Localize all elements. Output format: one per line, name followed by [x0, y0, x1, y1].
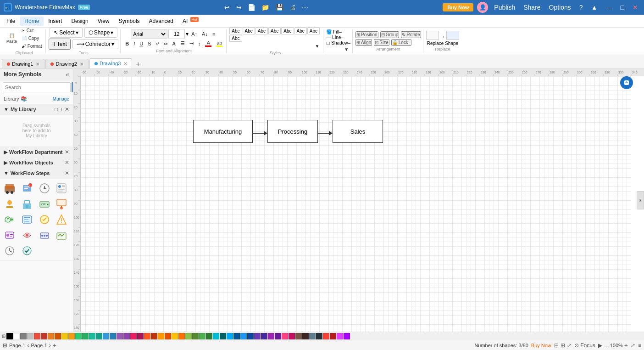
- section-dept-close[interactable]: ✕: [65, 149, 69, 155]
- style-3[interactable]: Abc: [255, 28, 268, 34]
- symbol-12[interactable]: [55, 213, 68, 226]
- color-bar-settings-btn[interactable]: ⊞: [2, 333, 6, 339]
- color-swatch[interactable]: [185, 333, 192, 339]
- color-swatch[interactable]: [103, 333, 109, 339]
- shape-manufacturing[interactable]: Manufacturing: [193, 120, 253, 143]
- shape-processing[interactable]: Processing: [267, 120, 318, 143]
- color-swatch[interactable]: [309, 333, 316, 339]
- canvas[interactable]: Manufacturing Processing Sal: [81, 76, 644, 332]
- menu-home[interactable]: Home: [20, 17, 44, 26]
- add-page-btn[interactable]: +: [53, 342, 56, 349]
- size-btn[interactable]: ⊡ Size: [374, 39, 389, 46]
- color-swatch[interactable]: [41, 333, 47, 339]
- lib-add-btn[interactable]: +: [60, 106, 63, 113]
- color-swatch[interactable]: [89, 333, 95, 339]
- symbol-7[interactable]: OK: [38, 197, 51, 211]
- color-swatch[interactable]: [144, 333, 150, 339]
- color-swatch[interactable]: [137, 333, 144, 339]
- color-swatch[interactable]: [254, 333, 261, 339]
- more-btn[interactable]: ⋯: [300, 3, 311, 12]
- page-settings-btn[interactable]: ⊞: [3, 342, 7, 349]
- color-swatch[interactable]: [302, 333, 309, 339]
- symbol-9[interactable]: [3, 213, 17, 226]
- symbol-16[interactable]: [55, 228, 68, 242]
- section-obj-close[interactable]: ✕: [65, 159, 69, 166]
- highlight-btn[interactable]: ab: [214, 39, 224, 48]
- add-tab-btn[interactable]: +: [133, 60, 143, 68]
- menu-design[interactable]: Design: [67, 17, 93, 26]
- section-workflow-steps[interactable]: ▼ WorkFlow Steps ✕: [0, 168, 73, 179]
- open-btn[interactable]: 📁: [259, 3, 272, 12]
- color-swatch[interactable]: [199, 333, 205, 339]
- symbol-11[interactable]: [38, 213, 51, 226]
- maximize-btn[interactable]: □: [618, 3, 627, 12]
- shape-btn[interactable]: ⬡ Shape ▾: [84, 28, 118, 38]
- menu-file[interactable]: File: [2, 17, 20, 26]
- minimize-btn[interactable]: —: [604, 3, 615, 12]
- style-8[interactable]: Abc: [229, 35, 242, 42]
- font-color-btn[interactable]: A: [203, 39, 213, 48]
- close-btn[interactable]: ✕: [630, 3, 640, 12]
- spacing-btn[interactable]: ↕: [196, 40, 203, 47]
- symbol-4[interactable]: [55, 181, 68, 195]
- tab-close-1[interactable]: ✕: [36, 62, 39, 67]
- style-1[interactable]: Abc: [229, 28, 242, 34]
- color-swatch[interactable]: [172, 333, 178, 339]
- align-btn[interactable]: ≡: [211, 30, 217, 38]
- bold-btn[interactable]: B: [123, 40, 131, 47]
- style-5[interactable]: Abc: [281, 28, 294, 34]
- fill-more-btn[interactable]: ▼: [342, 46, 350, 53]
- color-swatch[interactable]: [275, 333, 281, 339]
- color-swatch[interactable]: [316, 333, 322, 339]
- fullscreen-btn[interactable]: ⤢: [631, 342, 635, 349]
- tab-drawing3[interactable]: Drawing3 ✕: [89, 58, 132, 68]
- fit-btn[interactable]: ⤢: [567, 342, 572, 349]
- shape-sales[interactable]: Sales: [333, 120, 383, 143]
- tab-drawing2[interactable]: Drawing2 ✕: [45, 59, 88, 68]
- print-btn[interactable]: 🖨: [287, 3, 298, 12]
- collapse-btn[interactable]: ▲: [589, 3, 600, 12]
- color-swatch[interactable]: [247, 333, 254, 339]
- focus-btn[interactable]: ⊙ Focus: [574, 342, 595, 349]
- color-swatch[interactable]: [20, 333, 27, 339]
- buy-now-btn[interactable]: Buy Now: [443, 3, 473, 11]
- menu-advanced[interactable]: Advanced: [144, 17, 178, 26]
- shadow-label[interactable]: Shadow–: [331, 40, 350, 45]
- page-next-btn[interactable]: ›: [49, 342, 51, 349]
- color-swatch[interactable]: [344, 333, 350, 339]
- decrease-font-btn[interactable]: A↓: [200, 30, 210, 38]
- connector-btn[interactable]: ⟿ Connector ▾: [72, 39, 118, 49]
- symbol-10[interactable]: [20, 213, 34, 226]
- color-swatch[interactable]: [13, 333, 20, 339]
- replace-shape-btn[interactable]: → Replace Shape: [426, 31, 459, 46]
- section-workflow-obj[interactable]: ▶ WorkFlow Objects ✕: [0, 158, 73, 168]
- section-workflow-dept[interactable]: ▶ WorkFlow Department ✕: [0, 147, 73, 158]
- clear-format-btn[interactable]: A: [171, 40, 178, 47]
- panel-toggle-btn[interactable]: «: [66, 71, 69, 78]
- style-2[interactable]: Abc: [243, 28, 255, 34]
- color-swatch[interactable]: [158, 333, 164, 339]
- right-panel-icon-btn[interactable]: [620, 76, 633, 89]
- color-swatch[interactable]: [61, 333, 68, 339]
- color-swatch[interactable]: [82, 333, 89, 339]
- redo-btn[interactable]: ↪: [234, 3, 244, 12]
- color-swatch[interactable]: [110, 333, 116, 339]
- lock-btn[interactable]: 🔒 Lock–: [391, 39, 412, 46]
- position-btn[interactable]: ⊞ Position: [355, 31, 378, 38]
- symbol-18[interactable]: [20, 244, 34, 258]
- color-swatch[interactable]: [75, 333, 82, 339]
- color-swatch[interactable]: [268, 333, 274, 339]
- color-swatch[interactable]: [117, 333, 123, 339]
- color-swatch[interactable]: [48, 333, 54, 339]
- menu-ai[interactable]: AI Hot: [178, 16, 203, 26]
- symbol-6[interactable]: [20, 197, 34, 211]
- color-swatch[interactable]: [330, 333, 336, 339]
- lib-close-btn[interactable]: ✕: [65, 106, 69, 113]
- style-4[interactable]: Abc: [268, 28, 281, 34]
- group-btn[interactable]: ⊟ Group: [380, 31, 400, 38]
- color-swatch[interactable]: [6, 333, 13, 339]
- new-btn[interactable]: 📄: [245, 3, 258, 12]
- fill-label[interactable]: Fill–: [333, 29, 341, 34]
- color-swatch[interactable]: [68, 333, 75, 339]
- increase-font-btn[interactable]: A↑: [189, 30, 199, 38]
